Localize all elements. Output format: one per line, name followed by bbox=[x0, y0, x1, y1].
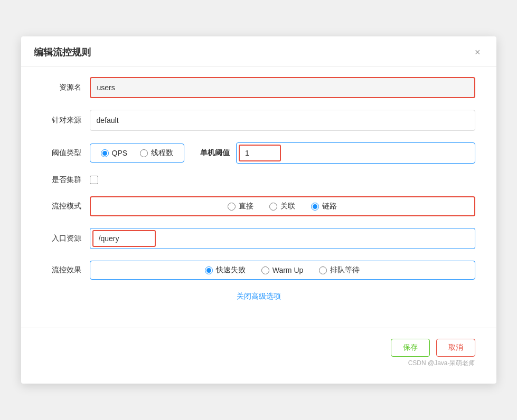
dialog-body: 资源名 针对来源 阈值类型 QPS bbox=[21, 66, 496, 322]
dialog-header: 编辑流控规则 × bbox=[21, 36, 496, 66]
warm-up-label: Warm Up bbox=[272, 266, 304, 274]
flow-effect-row: 流控效果 快速失败 Warm Up 排队等待 bbox=[42, 261, 475, 280]
threshold-type-label: 阈值类型 bbox=[42, 148, 90, 158]
save-button[interactable]: 保存 bbox=[391, 339, 430, 357]
footer-divider bbox=[21, 328, 496, 328]
relate-label: 关联 bbox=[280, 202, 295, 211]
watermark: CSDN @Java-呆萌老师 bbox=[21, 357, 496, 368]
threshold-section: 单机阈值 bbox=[200, 142, 475, 164]
cancel-button[interactable]: 取消 bbox=[436, 339, 475, 357]
relate-radio-label[interactable]: 关联 bbox=[269, 202, 295, 211]
chain-radio[interactable] bbox=[311, 203, 319, 211]
dialog-title: 编辑流控规则 bbox=[34, 46, 91, 59]
cluster-row: 是否集群 bbox=[42, 175, 475, 185]
direct-radio-label[interactable]: 直接 bbox=[228, 202, 253, 211]
flow-mode-row: 流控模式 直接 关联 链路 bbox=[42, 196, 475, 216]
qps-radio[interactable] bbox=[101, 149, 109, 157]
threshold-type-content: QPS 线程数 单机阈值 bbox=[90, 142, 475, 164]
direct-radio[interactable] bbox=[228, 203, 236, 211]
relate-radio[interactable] bbox=[269, 203, 277, 211]
flow-mode-content: 直接 关联 链路 bbox=[90, 196, 475, 216]
advanced-options-section: 关闭高级选项 bbox=[42, 291, 475, 301]
queue-radio[interactable] bbox=[319, 266, 327, 274]
footer-actions: 保存 取消 bbox=[21, 339, 496, 357]
edit-flow-rule-dialog: 编辑流控规则 × 资源名 针对来源 阈值类型 bbox=[21, 36, 496, 384]
resource-name-input[interactable] bbox=[91, 78, 474, 97]
resource-name-input-wrapper bbox=[90, 77, 475, 98]
thread-radio-label[interactable]: 线程数 bbox=[140, 148, 173, 158]
source-input[interactable] bbox=[90, 110, 475, 131]
queue-radio-label[interactable]: 排队等待 bbox=[319, 265, 360, 275]
entry-resource-content bbox=[90, 228, 475, 249]
fast-fail-label: 快速失败 bbox=[216, 265, 246, 275]
cluster-checkbox[interactable] bbox=[90, 176, 98, 184]
qps-label: QPS bbox=[112, 149, 128, 157]
close-button[interactable]: × bbox=[472, 46, 484, 58]
flow-effect-content: 快速失败 Warm Up 排队等待 bbox=[90, 261, 475, 280]
queue-label: 排队等待 bbox=[330, 265, 360, 275]
warm-up-radio-label[interactable]: Warm Up bbox=[261, 266, 304, 274]
entry-resource-label: 入口资源 bbox=[42, 234, 90, 243]
cluster-label: 是否集群 bbox=[42, 175, 90, 185]
threshold-input-wrapper bbox=[236, 142, 475, 164]
resource-name-label: 资源名 bbox=[42, 83, 90, 92]
threshold-input[interactable] bbox=[239, 145, 281, 161]
resource-name-row: 资源名 bbox=[42, 77, 475, 98]
direct-label: 直接 bbox=[239, 202, 253, 211]
fast-fail-radio[interactable] bbox=[205, 266, 213, 274]
fast-fail-radio-label[interactable]: 快速失败 bbox=[205, 265, 246, 275]
resource-name-content bbox=[90, 77, 475, 98]
threshold-type-radio-group: QPS 线程数 bbox=[90, 144, 185, 163]
flow-mode-radio-group: 直接 关联 链路 bbox=[90, 196, 475, 216]
thread-label: 线程数 bbox=[151, 148, 173, 158]
entry-resource-row: 入口资源 bbox=[42, 228, 475, 249]
qps-radio-label[interactable]: QPS bbox=[101, 149, 128, 157]
chain-radio-label[interactable]: 链路 bbox=[311, 202, 337, 211]
flow-effect-label: 流控效果 bbox=[42, 265, 90, 275]
flow-mode-label: 流控模式 bbox=[42, 202, 90, 211]
source-content bbox=[90, 110, 475, 131]
advanced-options-link[interactable]: 关闭高级选项 bbox=[237, 292, 281, 300]
source-label: 针对来源 bbox=[42, 116, 90, 125]
thread-radio[interactable] bbox=[140, 149, 148, 157]
cluster-content bbox=[90, 176, 475, 184]
threshold-type-row: 阈值类型 QPS 线程数 单机阈值 bbox=[42, 142, 475, 164]
chain-label: 链路 bbox=[322, 202, 337, 211]
source-row: 针对来源 bbox=[42, 110, 475, 131]
entry-resource-input[interactable] bbox=[92, 230, 156, 247]
entry-resource-input-wrapper bbox=[90, 228, 475, 249]
warm-up-radio[interactable] bbox=[261, 266, 269, 274]
single-threshold-label: 单机阈值 bbox=[200, 148, 230, 158]
flow-effect-radio-group: 快速失败 Warm Up 排队等待 bbox=[90, 261, 475, 280]
